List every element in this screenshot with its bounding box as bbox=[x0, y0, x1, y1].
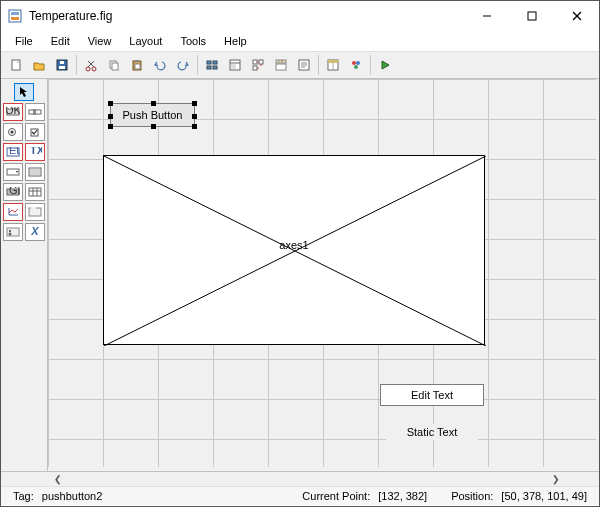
svg-text:ED|T: ED|T bbox=[9, 147, 20, 156]
svg-point-41 bbox=[352, 61, 356, 65]
copy-button[interactable] bbox=[103, 54, 125, 76]
static-text-component[interactable]: Static Text bbox=[386, 424, 478, 440]
svg-rect-4 bbox=[528, 12, 536, 20]
svg-rect-29 bbox=[253, 66, 257, 70]
svg-text:X: X bbox=[30, 227, 39, 237]
toolbar-editor-button[interactable] bbox=[270, 54, 292, 76]
menu-tools[interactable]: Tools bbox=[172, 33, 214, 49]
menu-file[interactable]: File bbox=[7, 33, 41, 49]
undo-button[interactable] bbox=[149, 54, 171, 76]
activex-tool[interactable]: X bbox=[25, 223, 45, 241]
svg-rect-26 bbox=[231, 64, 236, 69]
toolbar-separator bbox=[318, 55, 319, 75]
select-tool[interactable] bbox=[14, 83, 34, 101]
svg-rect-22 bbox=[207, 66, 211, 69]
guide-window: Temperature.fig File Edit View Layout To… bbox=[0, 0, 600, 507]
redo-button[interactable] bbox=[172, 54, 194, 76]
svg-rect-9 bbox=[59, 66, 65, 69]
position-value: [50, 378, 101, 49] bbox=[497, 490, 591, 502]
svg-point-42 bbox=[356, 61, 360, 65]
svg-point-14 bbox=[92, 67, 96, 71]
svg-rect-23 bbox=[213, 66, 217, 69]
close-button[interactable] bbox=[554, 1, 599, 31]
toolbar-separator bbox=[370, 55, 371, 75]
static-text-tool[interactable]: TXT bbox=[25, 143, 45, 161]
scroll-left-arrow[interactable]: ❮ bbox=[51, 472, 65, 486]
pushbutton-component[interactable]: Push Button bbox=[110, 103, 195, 127]
push-button-tool[interactable]: OK bbox=[3, 103, 23, 121]
component-palette: OK ED|T TXT TGL bbox=[1, 79, 48, 471]
titlebar: Temperature.fig bbox=[1, 1, 599, 31]
menu-view[interactable]: View bbox=[80, 33, 120, 49]
svg-rect-28 bbox=[259, 60, 263, 64]
horizontal-scrollbar[interactable]: ❮ ❯ bbox=[1, 472, 599, 486]
svg-point-13 bbox=[86, 67, 90, 71]
run-button[interactable] bbox=[374, 54, 396, 76]
tab-order-button[interactable] bbox=[247, 54, 269, 76]
svg-rect-61 bbox=[29, 188, 41, 196]
svg-rect-21 bbox=[213, 61, 217, 64]
toolbar bbox=[1, 51, 599, 79]
svg-rect-2 bbox=[11, 17, 19, 20]
axes-tool[interactable] bbox=[3, 203, 23, 221]
axes-component[interactable]: axes1 bbox=[103, 155, 485, 345]
panel-tool[interactable] bbox=[25, 203, 45, 221]
svg-rect-16 bbox=[112, 63, 118, 70]
menu-layout[interactable]: Layout bbox=[121, 33, 170, 49]
toolbar-separator bbox=[197, 55, 198, 75]
tag-label: Tag: bbox=[9, 490, 38, 502]
listbox-tool[interactable] bbox=[25, 163, 45, 181]
menu-edit[interactable]: Edit bbox=[43, 33, 78, 49]
align-button[interactable] bbox=[201, 54, 223, 76]
svg-rect-68 bbox=[31, 207, 36, 209]
edit-text-label: Edit Text bbox=[411, 389, 453, 401]
svg-rect-67 bbox=[29, 208, 41, 216]
property-inspector-button[interactable] bbox=[322, 54, 344, 76]
menu-help[interactable]: Help bbox=[216, 33, 255, 49]
tag-value: pushbutton2 bbox=[38, 490, 107, 502]
toggle-button-tool[interactable]: TGL bbox=[3, 183, 23, 201]
pushbutton-label: Push Button bbox=[123, 109, 183, 121]
checkbox-tool[interactable] bbox=[25, 123, 45, 141]
maximize-button[interactable] bbox=[509, 1, 554, 31]
scroll-right-arrow[interactable]: ❯ bbox=[549, 472, 563, 486]
svg-rect-0 bbox=[9, 10, 21, 22]
table-tool[interactable] bbox=[25, 183, 45, 201]
button-group-tool[interactable] bbox=[3, 223, 23, 241]
svg-rect-7 bbox=[12, 60, 20, 70]
svg-text:TGL: TGL bbox=[6, 187, 20, 196]
radio-button-tool[interactable] bbox=[3, 123, 23, 141]
object-browser-button[interactable] bbox=[345, 54, 367, 76]
popup-menu-tool[interactable] bbox=[3, 163, 23, 181]
svg-rect-18 bbox=[135, 60, 139, 62]
edit-text-component[interactable]: Edit Text bbox=[380, 384, 484, 406]
svg-rect-30 bbox=[276, 60, 286, 63]
window-title: Temperature.fig bbox=[29, 9, 464, 23]
slider-tool[interactable] bbox=[25, 103, 45, 121]
svg-rect-27 bbox=[253, 60, 257, 64]
position-label: Position: bbox=[447, 490, 497, 502]
paste-button[interactable] bbox=[126, 54, 148, 76]
workspace: OK ED|T TXT TGL bbox=[1, 79, 599, 471]
canvas-scroll[interactable]: Push Button axes1 bbox=[48, 79, 599, 471]
edit-text-tool[interactable]: ED|T bbox=[3, 143, 23, 161]
menu-editor-button[interactable] bbox=[224, 54, 246, 76]
toolbar-separator bbox=[76, 55, 77, 75]
axes-label: axes1 bbox=[279, 239, 308, 251]
open-button[interactable] bbox=[28, 54, 50, 76]
svg-point-32 bbox=[278, 60, 280, 62]
svg-rect-39 bbox=[328, 60, 338, 63]
cut-button[interactable] bbox=[80, 54, 102, 76]
svg-rect-10 bbox=[60, 61, 64, 64]
svg-point-33 bbox=[281, 60, 283, 62]
svg-point-43 bbox=[354, 65, 358, 69]
editor-button[interactable] bbox=[293, 54, 315, 76]
design-canvas[interactable]: Push Button axes1 bbox=[48, 79, 596, 467]
new-button[interactable] bbox=[5, 54, 27, 76]
minimize-button[interactable] bbox=[464, 1, 509, 31]
save-button[interactable] bbox=[51, 54, 73, 76]
svg-rect-20 bbox=[207, 61, 211, 64]
app-icon bbox=[7, 8, 23, 24]
statusbar: ❮ ❯ Tag: pushbutton2 Current Point: [132… bbox=[1, 471, 599, 505]
svg-text:TXT: TXT bbox=[30, 147, 42, 156]
